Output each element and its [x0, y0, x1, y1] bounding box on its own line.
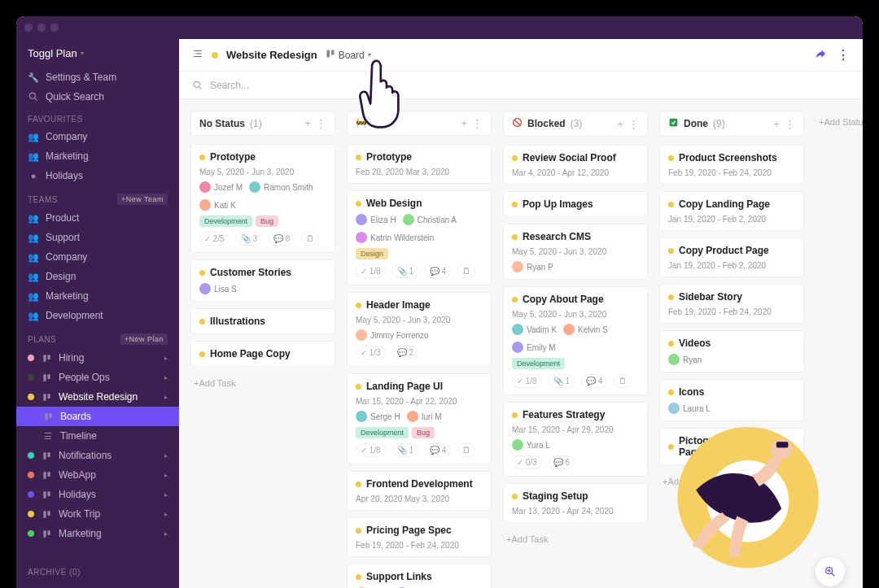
traffic-light-min[interactable]: [37, 24, 46, 32]
share-icon[interactable]: [814, 47, 827, 63]
column-header[interactable]: Done (9) + ⋮: [659, 111, 804, 137]
more-icon[interactable]: ⋮: [472, 117, 483, 129]
traffic-light-max[interactable]: [50, 24, 59, 32]
task-card[interactable]: Icons Laura L: [659, 379, 804, 421]
checklist-chip[interactable]: ✓ 2/5: [199, 232, 230, 246]
task-card[interactable]: Research CMS May 5, 2020 - Jun 3, 2020 R…: [503, 224, 648, 280]
more-icon[interactable]: ⋮: [628, 118, 639, 130]
team-item[interactable]: 👥 Product: [16, 208, 179, 228]
task-card[interactable]: Videos Ryan: [659, 330, 804, 372]
column-header[interactable]: 🚧 + ⋮: [347, 111, 492, 136]
assignee[interactable]: Kelvin S: [563, 324, 608, 335]
assignee[interactable]: Emily M: [512, 342, 556, 353]
add-icon[interactable]: +: [461, 117, 467, 129]
task-card[interactable]: Landing Page UI Mar 15, 2020 - Apr 22, 2…: [347, 373, 492, 464]
search-bar[interactable]: Search...: [179, 72, 863, 99]
assignee[interactable]: Eliza H: [356, 214, 396, 225]
assignee[interactable]: Katrin Wilderstein: [356, 232, 434, 243]
checklist-chip[interactable]: ✓ 0/3: [512, 455, 542, 469]
checklist-chip[interactable]: ✓ 1/3: [356, 346, 386, 359]
plan-item[interactable]: People Ops ▸: [16, 368, 179, 387]
attachment-chip[interactable]: 📎 1: [392, 443, 418, 457]
add-icon[interactable]: +: [773, 118, 780, 130]
section-archive-head[interactable]: ARCHIVE (0): [16, 560, 179, 580]
task-card[interactable]: Illustrations: [190, 308, 335, 334]
note-chip[interactable]: 🗒: [301, 232, 319, 246]
task-card[interactable]: Staging Setup Mar 13, 2020 - Apr 24, 202…: [503, 483, 648, 523]
comment-chip[interactable]: 💬 6: [549, 455, 575, 469]
assignee[interactable]: Jimmy Forrenzo: [356, 329, 429, 341]
plan-item[interactable]: Hiring ▸: [16, 348, 179, 368]
more-icon[interactable]: ⋮: [316, 117, 326, 129]
plan-item[interactable]: Work Trip ▸: [16, 504, 179, 524]
comment-chip[interactable]: 💬 4: [581, 374, 607, 388]
comment-chip[interactable]: 💬 2: [392, 346, 418, 359]
task-card[interactable]: Review Social Proof Mar 4, 2020 - Apr 12…: [503, 145, 648, 185]
assignee[interactable]: Christian A: [403, 214, 457, 225]
traffic-light-close[interactable]: [24, 24, 33, 32]
attachment-chip[interactable]: 📎 3: [236, 232, 262, 246]
add-task-button[interactable]: +Add Task: [503, 529, 648, 549]
task-card[interactable]: Prototype May 5, 2020 - Jun 3, 2020 Joze…: [190, 144, 335, 253]
assignee[interactable]: Ryan P: [512, 261, 553, 272]
plan-item[interactable]: Website Redesign ▸: [16, 387, 179, 407]
assignee[interactable]: Yura L: [512, 439, 550, 451]
task-card[interactable]: Pop Up Images: [503, 191, 648, 217]
checklist-chip[interactable]: ✓ 1/8: [356, 264, 386, 278]
task-card[interactable]: Home Page Copy: [190, 341, 335, 367]
menu-toggle-icon[interactable]: [192, 48, 203, 63]
attachment-chip[interactable]: 📎 1: [549, 374, 575, 388]
comment-chip[interactable]: 💬 4: [425, 264, 451, 278]
assignee[interactable]: Ramon Smith: [249, 181, 313, 193]
checklist-chip[interactable]: ✓ 1/8: [356, 443, 386, 457]
task-card[interactable]: Copy About Page May 5, 2020 - Jun 3, 202…: [503, 286, 648, 395]
assignee[interactable]: Lisa S: [199, 283, 237, 294]
task-card[interactable]: Product Screenshots Feb 19, 2020 - Feb 2…: [659, 145, 804, 185]
team-item[interactable]: 👥 Design: [16, 267, 179, 286]
plan-item[interactable]: WebApp ▸: [16, 465, 179, 485]
plan-item[interactable]: Notifications ▸: [16, 446, 179, 465]
task-card[interactable]: Pictograms Product Page: [659, 428, 804, 465]
more-icon[interactable]: ⋮: [785, 118, 795, 130]
add-icon[interactable]: +: [617, 118, 623, 130]
new-team-button[interactable]: +New Team: [117, 194, 168, 205]
project-title[interactable]: Website Redesign: [226, 49, 317, 61]
add-task-button[interactable]: +Add Task: [659, 472, 804, 491]
fav-item[interactable]: 👥 Marketing: [16, 146, 179, 166]
task-card[interactable]: Frontend Development Apr 20, 2020 May 3,…: [347, 471, 492, 511]
task-card[interactable]: Support Links Liis VJakub S: [347, 564, 492, 588]
note-chip[interactable]: 🗒: [457, 264, 475, 278]
zoom-fab[interactable]: [816, 557, 845, 586]
team-item[interactable]: 👥 Development: [16, 306, 179, 325]
fav-item[interactable]: 👥 Company: [16, 127, 179, 146]
task-card[interactable]: Copy Landing Page Jan 19, 2020 - Feb 2, …: [659, 191, 804, 231]
attachment-chip[interactable]: 📎 1: [392, 264, 418, 278]
plan-sub-item[interactable]: Boards: [16, 407, 179, 426]
note-chip[interactable]: 🗒: [457, 443, 475, 457]
add-status-button[interactable]: +Add Status: [816, 111, 863, 133]
task-card[interactable]: Features Strategy Mar 15, 2020 - Apr 29,…: [503, 402, 648, 477]
assignee[interactable]: Laura L: [668, 403, 711, 414]
assignee[interactable]: Jozef M: [199, 181, 243, 193]
comment-chip[interactable]: 💬 8: [269, 232, 295, 246]
task-card[interactable]: Web Design Eliza HChristian AKatrin Wild…: [347, 190, 492, 285]
task-card[interactable]: Sidebar Story Feb 19, 2020 - Feb 24, 202…: [659, 284, 804, 324]
task-card[interactable]: Pricing Page Spec Feb 19, 2020 - Feb 24,…: [347, 517, 492, 557]
plan-sub-item[interactable]: ☰ Timeline: [16, 426, 179, 446]
checklist-chip[interactable]: ✓ 1/8: [512, 374, 542, 388]
column-header[interactable]: Blocked (3) + ⋮: [503, 111, 648, 137]
nav-search[interactable]: Quick Search: [16, 87, 179, 107]
assignee[interactable]: Vadim K: [512, 324, 557, 335]
plan-item[interactable]: Marketing ▸: [16, 524, 179, 543]
assignee[interactable]: Serge H: [356, 411, 400, 422]
add-icon[interactable]: +: [304, 117, 311, 129]
task-card[interactable]: Header Image May 5, 2020 - Jun 3, 2020 J…: [347, 292, 492, 367]
task-card[interactable]: Copy Product Page Jan 19, 2020 - Feb 2, …: [659, 237, 804, 277]
view-switcher[interactable]: Board ▾: [326, 49, 371, 61]
comment-chip[interactable]: 💬 4: [425, 443, 451, 457]
team-item[interactable]: 👥 Company: [16, 247, 179, 267]
team-item[interactable]: 👥 Marketing: [16, 286, 179, 306]
fav-item[interactable]: ● Holidays: [16, 166, 179, 185]
assignee[interactable]: Iuri M: [407, 411, 442, 422]
assignee[interactable]: Kati K: [199, 199, 236, 211]
